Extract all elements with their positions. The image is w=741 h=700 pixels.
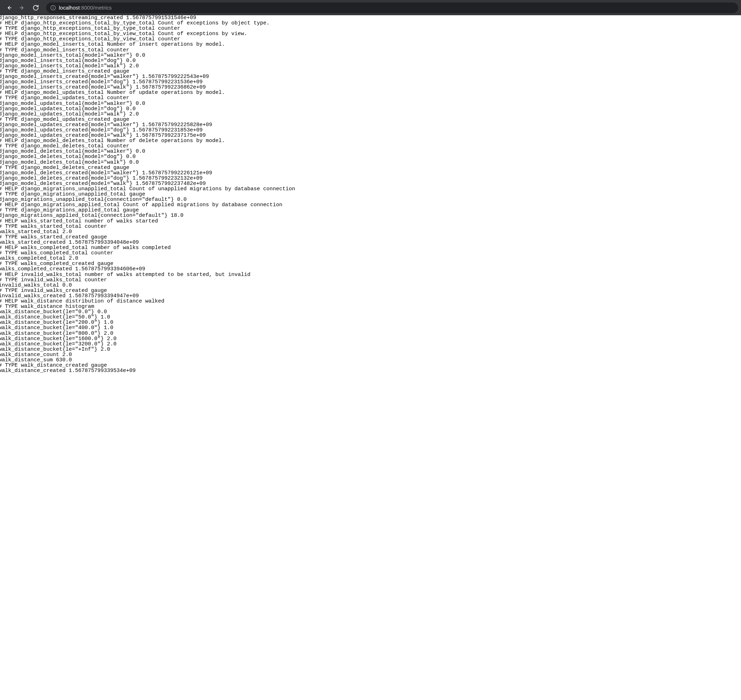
browser-toolbar: localhost:8000/metrics bbox=[0, 0, 741, 15]
url-path: /metrics bbox=[93, 4, 112, 10]
back-button[interactable] bbox=[3, 2, 15, 14]
svg-point-4 bbox=[53, 6, 53, 7]
arrow-right-icon bbox=[19, 4, 25, 11]
url-port: :8000 bbox=[80, 4, 93, 10]
arrow-left-icon bbox=[6, 4, 12, 11]
reload-button[interactable] bbox=[30, 2, 42, 14]
forward-button[interactable] bbox=[16, 2, 28, 14]
reload-icon bbox=[32, 4, 39, 11]
address-bar[interactable]: localhost:8000/metrics bbox=[46, 3, 738, 13]
metrics-output: django_http_responses_streaming_created … bbox=[0, 15, 741, 374]
site-info-icon[interactable] bbox=[50, 5, 56, 10]
url-host: localhost bbox=[59, 4, 80, 10]
url-text: localhost:8000/metrics bbox=[59, 4, 112, 10]
